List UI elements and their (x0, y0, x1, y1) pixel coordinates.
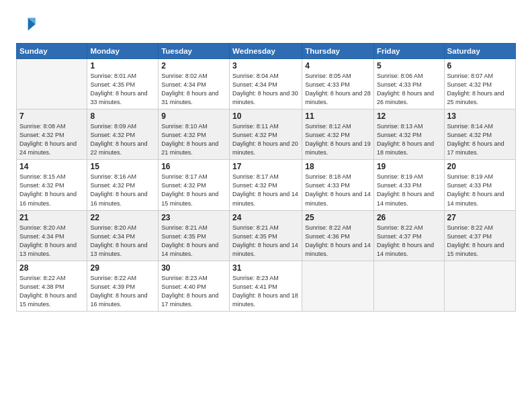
calendar-cell: 19Sunrise: 8:19 AMSunset: 4:33 PMDayligh… (373, 160, 444, 210)
calendar-cell: 22Sunrise: 8:20 AMSunset: 4:34 PMDayligh… (87, 210, 159, 261)
calendar-cell (373, 261, 444, 311)
calendar-cell: 17Sunrise: 8:17 AMSunset: 4:32 PMDayligh… (230, 160, 302, 210)
day-info: Sunrise: 8:04 AMSunset: 4:34 PMDaylight:… (232, 72, 299, 107)
day-number: 10 (232, 111, 299, 121)
calendar-cell: 1Sunrise: 8:01 AMSunset: 4:35 PMDaylight… (87, 59, 159, 109)
calendar-cell: 13Sunrise: 8:14 AMSunset: 4:32 PMDayligh… (444, 109, 515, 160)
page: SundayMondayTuesdayWednesdayThursdayFrid… (0, 0, 532, 411)
day-number: 12 (377, 111, 441, 121)
day-info: Sunrise: 8:19 AMSunset: 4:33 PMDaylight:… (377, 173, 441, 208)
week-row-2: 7Sunrise: 8:08 AMSunset: 4:32 PMDaylight… (17, 109, 516, 160)
logo (16, 13, 40, 35)
day-info: Sunrise: 8:22 AMSunset: 4:39 PMDaylight:… (90, 274, 155, 309)
calendar-cell: 16Sunrise: 8:17 AMSunset: 4:32 PMDayligh… (159, 160, 230, 210)
week-row-5: 28Sunrise: 8:22 AMSunset: 4:38 PMDayligh… (17, 261, 516, 311)
calendar-cell: 29Sunrise: 8:22 AMSunset: 4:39 PMDayligh… (87, 261, 159, 311)
calendar-cell: 3Sunrise: 8:04 AMSunset: 4:34 PMDaylight… (230, 59, 302, 109)
calendar-cell: 2Sunrise: 8:02 AMSunset: 4:34 PMDaylight… (159, 59, 230, 109)
day-number: 23 (161, 213, 226, 222)
header-row: SundayMondayTuesdayWednesdayThursdayFrid… (17, 44, 516, 59)
day-info: Sunrise: 8:21 AMSunset: 4:35 PMDaylight:… (232, 224, 299, 259)
calendar-cell: 11Sunrise: 8:12 AMSunset: 4:32 PMDayligh… (302, 109, 374, 160)
calendar-cell: 28Sunrise: 8:22 AMSunset: 4:38 PMDayligh… (17, 261, 87, 311)
day-number: 19 (377, 162, 441, 171)
day-info: Sunrise: 8:01 AMSunset: 4:35 PMDaylight:… (90, 72, 155, 107)
calendar-cell: 25Sunrise: 8:22 AMSunset: 4:36 PMDayligh… (302, 210, 374, 261)
col-header-thursday: Thursday (302, 44, 374, 59)
calendar-cell: 30Sunrise: 8:23 AMSunset: 4:40 PMDayligh… (159, 261, 230, 311)
day-info: Sunrise: 8:11 AMSunset: 4:32 PMDaylight:… (232, 122, 299, 157)
day-info: Sunrise: 8:07 AMSunset: 4:32 PMDaylight:… (447, 72, 513, 107)
day-info: Sunrise: 8:17 AMSunset: 4:32 PMDaylight:… (161, 173, 226, 208)
day-number: 16 (161, 162, 226, 171)
day-info: Sunrise: 8:18 AMSunset: 4:33 PMDaylight:… (305, 173, 371, 208)
day-number: 8 (90, 111, 155, 121)
day-info: Sunrise: 8:22 AMSunset: 4:36 PMDaylight:… (305, 224, 371, 259)
day-number: 29 (90, 263, 155, 273)
day-number: 18 (305, 162, 371, 171)
col-header-friday: Friday (373, 44, 444, 59)
day-number: 26 (377, 213, 441, 222)
calendar-cell: 8Sunrise: 8:09 AMSunset: 4:32 PMDaylight… (87, 109, 159, 160)
day-info: Sunrise: 8:21 AMSunset: 4:35 PMDaylight:… (161, 224, 226, 259)
day-number: 7 (19, 111, 84, 121)
day-info: Sunrise: 8:09 AMSunset: 4:32 PMDaylight:… (90, 122, 155, 157)
day-number: 31 (232, 263, 299, 273)
calendar-cell: 10Sunrise: 8:11 AMSunset: 4:32 PMDayligh… (230, 109, 302, 160)
day-number: 5 (377, 61, 441, 71)
col-header-sunday: Sunday (17, 44, 87, 59)
day-number: 15 (90, 162, 155, 171)
calendar-cell: 23Sunrise: 8:21 AMSunset: 4:35 PMDayligh… (159, 210, 230, 261)
calendar-cell (444, 261, 515, 311)
day-info: Sunrise: 8:22 AMSunset: 4:37 PMDaylight:… (377, 224, 441, 259)
day-number: 2 (161, 61, 226, 71)
calendar-cell: 20Sunrise: 8:19 AMSunset: 4:33 PMDayligh… (444, 160, 515, 210)
day-number: 11 (305, 111, 371, 121)
calendar-cell: 9Sunrise: 8:10 AMSunset: 4:32 PMDaylight… (159, 109, 230, 160)
day-number: 6 (447, 61, 513, 71)
week-row-3: 14Sunrise: 8:15 AMSunset: 4:32 PMDayligh… (17, 160, 516, 210)
calendar-cell: 7Sunrise: 8:08 AMSunset: 4:32 PMDaylight… (17, 109, 87, 160)
day-number: 28 (19, 263, 84, 273)
calendar-cell: 21Sunrise: 8:20 AMSunset: 4:34 PMDayligh… (17, 210, 87, 261)
calendar-cell: 12Sunrise: 8:13 AMSunset: 4:32 PMDayligh… (373, 109, 444, 160)
calendar-cell: 27Sunrise: 8:22 AMSunset: 4:37 PMDayligh… (444, 210, 515, 261)
day-number: 13 (447, 111, 513, 121)
day-number: 3 (232, 61, 299, 71)
day-info: Sunrise: 8:13 AMSunset: 4:32 PMDaylight:… (377, 122, 441, 157)
calendar-cell: 15Sunrise: 8:16 AMSunset: 4:32 PMDayligh… (87, 160, 159, 210)
calendar-cell: 6Sunrise: 8:07 AMSunset: 4:32 PMDaylight… (444, 59, 515, 109)
calendar-cell: 14Sunrise: 8:15 AMSunset: 4:32 PMDayligh… (17, 160, 87, 210)
day-info: Sunrise: 8:12 AMSunset: 4:32 PMDaylight:… (305, 122, 371, 157)
day-number: 24 (232, 213, 299, 222)
day-info: Sunrise: 8:17 AMSunset: 4:32 PMDaylight:… (232, 173, 299, 208)
day-number: 20 (447, 162, 513, 171)
day-number: 9 (161, 111, 226, 121)
calendar-cell: 18Sunrise: 8:18 AMSunset: 4:33 PMDayligh… (302, 160, 374, 210)
day-info: Sunrise: 8:22 AMSunset: 4:37 PMDaylight:… (447, 224, 513, 259)
day-number: 14 (19, 162, 84, 171)
day-info: Sunrise: 8:22 AMSunset: 4:38 PMDaylight:… (19, 274, 84, 309)
day-number: 25 (305, 213, 371, 222)
day-number: 22 (90, 213, 155, 222)
day-info: Sunrise: 8:02 AMSunset: 4:34 PMDaylight:… (161, 72, 226, 107)
day-info: Sunrise: 8:14 AMSunset: 4:32 PMDaylight:… (447, 122, 513, 157)
calendar-cell: 4Sunrise: 8:05 AMSunset: 4:33 PMDaylight… (302, 59, 374, 109)
calendar-cell (17, 59, 87, 109)
day-info: Sunrise: 8:10 AMSunset: 4:32 PMDaylight:… (161, 122, 226, 157)
calendar-cell: 5Sunrise: 8:06 AMSunset: 4:33 PMDaylight… (373, 59, 444, 109)
col-header-wednesday: Wednesday (230, 44, 302, 59)
logo-icon (16, 13, 38, 35)
col-header-tuesday: Tuesday (159, 44, 230, 59)
day-info: Sunrise: 8:16 AMSunset: 4:32 PMDaylight:… (90, 173, 155, 208)
col-header-saturday: Saturday (444, 44, 515, 59)
col-header-monday: Monday (87, 44, 159, 59)
day-number: 4 (305, 61, 371, 71)
calendar: SundayMondayTuesdayWednesdayThursdayFrid… (16, 43, 516, 312)
week-row-1: 1Sunrise: 8:01 AMSunset: 4:35 PMDaylight… (17, 59, 516, 109)
day-info: Sunrise: 8:20 AMSunset: 4:34 PMDaylight:… (90, 224, 155, 259)
calendar-cell: 26Sunrise: 8:22 AMSunset: 4:37 PMDayligh… (373, 210, 444, 261)
day-info: Sunrise: 8:08 AMSunset: 4:32 PMDaylight:… (19, 122, 84, 157)
day-info: Sunrise: 8:23 AMSunset: 4:40 PMDaylight:… (161, 274, 226, 309)
day-info: Sunrise: 8:20 AMSunset: 4:34 PMDaylight:… (19, 224, 84, 259)
